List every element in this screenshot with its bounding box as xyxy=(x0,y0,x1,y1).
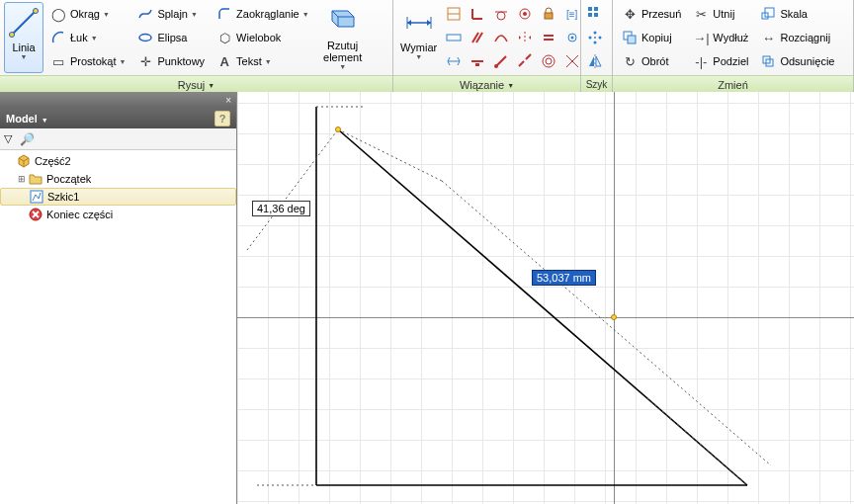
svg-point-33 xyxy=(543,55,555,67)
driven-dim-button[interactable] xyxy=(443,27,465,48)
split-button[interactable]: -|-Podziel xyxy=(688,49,753,73)
svg-point-41 xyxy=(594,32,597,35)
svg-point-25 xyxy=(571,37,574,40)
group-modify: ✥Przesuń Kopiuj ↻Obrót ✂Utnij →|Wydłuż -… xyxy=(613,0,854,91)
arc-button[interactable]: Łuk▼ xyxy=(45,26,130,49)
folder-icon xyxy=(28,171,43,187)
mirror-button[interactable] xyxy=(584,50,606,72)
constraint-vert-button[interactable] xyxy=(490,50,512,72)
trim-button[interactable]: ✂Utnij xyxy=(688,2,753,26)
dimension-icon xyxy=(404,5,434,41)
constraint-para-button[interactable] xyxy=(467,27,488,48)
move-icon: ✥ xyxy=(622,6,638,22)
help-icon[interactable]: ? xyxy=(214,111,230,126)
group-pattern: Szyk xyxy=(581,0,613,91)
group-modify-title[interactable]: Zmień xyxy=(613,75,853,93)
constraint-equal-button[interactable] xyxy=(538,27,559,48)
polygon-icon: ⬡ xyxy=(216,30,232,45)
svg-rect-18 xyxy=(447,35,461,41)
fillet-button[interactable]: Zaokrąglanie▼ xyxy=(212,2,314,26)
move-button[interactable]: ✥Przesuń xyxy=(617,2,686,26)
svg-point-34 xyxy=(546,58,552,64)
project-icon xyxy=(328,5,358,39)
svg-point-15 xyxy=(523,12,527,16)
svg-point-45 xyxy=(594,37,596,39)
stretch-button[interactable]: ↔Rozciągnij xyxy=(755,26,839,49)
constraint-sym-button[interactable] xyxy=(514,27,536,48)
dimension-button[interactable]: Wymiar ▼ xyxy=(397,2,440,73)
dropdown-icon: ▼ xyxy=(339,63,346,70)
circle-button[interactable]: ◯Okrąg▼ xyxy=(45,2,130,26)
rotate-button[interactable]: ↻Obrót xyxy=(617,49,686,73)
auto-dim-button[interactable] xyxy=(443,3,465,25)
constraint-collinear-button[interactable] xyxy=(514,50,536,72)
polygon-button[interactable]: ⬡Wielobok xyxy=(212,26,314,49)
line-label: Linia xyxy=(12,42,35,53)
offset-button[interactable]: Odsunięcie xyxy=(755,49,839,73)
tree-origin[interactable]: ⊞ Początek xyxy=(0,170,236,188)
text-button[interactable]: ATekst▼ xyxy=(212,49,314,73)
tree-end-label: Koniec części xyxy=(46,209,113,220)
tolerance-button[interactable] xyxy=(443,50,465,72)
angle-readout[interactable]: 41,36 deg xyxy=(252,201,310,216)
constraint-settings-button[interactable] xyxy=(561,27,583,48)
copy-icon xyxy=(622,30,638,45)
group-draw-title[interactable]: Rysuj ▼ xyxy=(0,75,392,93)
find-icon[interactable]: 🔎 xyxy=(20,132,35,146)
model-panel: × Model▼ ? ▽ 🔎 Część2 ⊞ Początek xyxy=(0,92,237,504)
expander-icon[interactable]: ⊞ xyxy=(16,174,28,184)
sketch-endpoint[interactable] xyxy=(335,126,341,132)
tree-root[interactable]: Część2 xyxy=(0,152,236,170)
model-header[interactable]: Model▼ ? xyxy=(0,109,236,128)
panel-close-button[interactable]: × xyxy=(222,95,234,106)
svg-rect-38 xyxy=(594,7,598,11)
pattern-rect-button[interactable] xyxy=(584,3,606,25)
constraint-conc-button[interactable] xyxy=(538,50,559,72)
svg-point-3 xyxy=(139,35,151,42)
line-button[interactable]: Linia ▼ xyxy=(4,2,43,73)
constraint-smooth-button[interactable] xyxy=(490,27,512,48)
svg-point-44 xyxy=(589,37,592,40)
svg-point-12 xyxy=(497,12,505,20)
rect-button[interactable]: ▭Prostokąt▼ xyxy=(45,49,130,73)
svg-point-2 xyxy=(34,9,39,14)
tree-end[interactable]: Koniec części xyxy=(0,206,236,223)
spline-button[interactable]: Splajn▼ xyxy=(132,2,210,26)
scale-button[interactable]: Skala xyxy=(755,2,839,26)
svg-rect-40 xyxy=(594,13,598,17)
panel-tab-bar: × xyxy=(0,92,236,109)
text-icon: A xyxy=(216,53,232,69)
tree-sketch[interactable]: Szkic1 xyxy=(0,188,236,206)
dropdown-icon: ▼ xyxy=(21,53,28,60)
svg-point-30 xyxy=(494,64,498,68)
sketch-canvas[interactable]: 41,36 deg 53,037 mm xyxy=(237,92,854,504)
length-readout[interactable]: 53,037 mm xyxy=(532,270,596,286)
constraint-coin-button[interactable] xyxy=(514,3,536,25)
filter-icon[interactable]: ▽ xyxy=(4,132,12,145)
pattern-circ-button[interactable] xyxy=(584,27,606,48)
dimension-label: Wymiar xyxy=(400,42,437,53)
constraint-tan-button[interactable] xyxy=(490,3,512,25)
svg-rect-37 xyxy=(588,7,592,11)
constraint-horiz-button[interactable] xyxy=(467,50,488,72)
sketch-intersection[interactable] xyxy=(611,314,617,320)
svg-line-29 xyxy=(496,56,506,66)
group-pattern-title[interactable]: Szyk xyxy=(581,75,612,93)
constraint-perp-button[interactable] xyxy=(467,3,488,25)
fillet-icon xyxy=(216,6,232,22)
extend-button[interactable]: →|Wydłuż xyxy=(688,26,753,49)
project-button[interactable]: Rzutuj element ▼ xyxy=(316,2,370,73)
group-constraint-title[interactable]: Wiązanie ▼ xyxy=(393,75,580,93)
ellipse-button[interactable]: Elipsa xyxy=(132,26,210,49)
model-tree: Część2 ⊞ Początek Szkic1 Koniec części xyxy=(0,150,236,504)
svg-point-43 xyxy=(594,42,597,44)
dropdown-icon: ▼ xyxy=(415,53,422,60)
constraint-fix-button[interactable] xyxy=(561,50,583,72)
ellipse-icon xyxy=(137,30,153,45)
copy-button[interactable]: Kopiuj xyxy=(617,26,686,49)
offset-icon xyxy=(760,53,776,69)
constraint-lock-button[interactable] xyxy=(538,3,559,25)
show-constraints-button[interactable]: [≡] xyxy=(561,3,583,25)
point-button[interactable]: ✛Punktowy xyxy=(132,49,210,73)
chevron-down-icon: ▼ xyxy=(302,11,309,18)
